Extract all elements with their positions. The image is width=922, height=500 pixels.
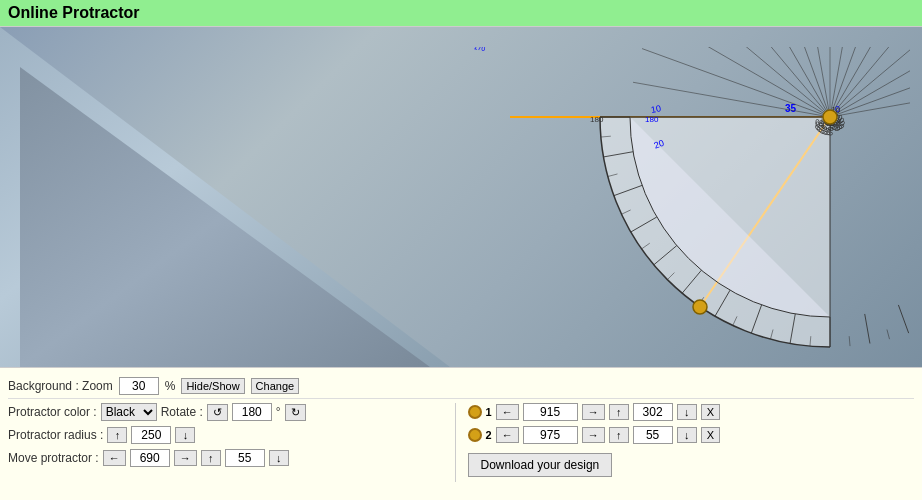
controls-panel: Background : Zoom % Hide/Show Change Pro… [0,367,922,500]
move-up-button[interactable]: ↑ [201,450,221,466]
pin2-y-input[interactable] [633,426,673,444]
pin2-right-button[interactable]: → [582,427,605,443]
svg-line-85 [677,47,830,117]
left-controls: Protractor color : Black Blue Red Green … [8,403,455,482]
svg-line-84 [657,47,830,117]
pin1-number: 1 [486,406,492,418]
pin2-dot [468,428,482,442]
zoom-controls-row: Background : Zoom % Hide/Show Change [8,374,914,399]
pin2-marker[interactable] [693,300,707,314]
pin1-row: 1 ← → ↑ ↓ X [468,403,915,421]
svg-line-83 [642,49,830,117]
radius-row: Protractor radius : ↑ ↓ [8,426,455,444]
move-y-input[interactable] [225,449,265,467]
move-row: Move protractor : ← → ↑ ↓ [8,449,455,467]
svg-line-82 [633,82,830,117]
rotate-ccw-button[interactable]: ↺ [207,404,228,421]
svg-text:10: 10 [650,103,662,115]
protractor-svg: 0 10 20 [350,47,910,357]
radius-up-button[interactable]: ↑ [107,427,127,443]
pin1-x-input[interactable] [523,403,578,421]
app-title: Online Protractor [8,4,140,21]
title-bar: Online Protractor [0,0,922,27]
protractor-container: 0 10 20 [350,47,910,357]
radius-down-button[interactable]: ↓ [175,427,195,443]
move-down-button[interactable]: ↓ [269,450,289,466]
rotate-input[interactable] [232,403,272,421]
pin2-left-button[interactable]: ← [496,427,519,443]
hide-show-button[interactable]: Hide/Show [181,378,244,394]
color-row: Protractor color : Black Blue Red Green … [8,403,455,421]
svg-text:170: 170 [473,47,486,52]
pin1-right-button[interactable]: → [582,404,605,420]
background-zoom-label: Background : Zoom [8,379,113,393]
pin1-up-button[interactable]: ↑ [609,404,629,420]
zoom-input[interactable] [119,377,159,395]
change-button[interactable]: Change [251,378,300,394]
svg-line-98 [830,82,910,117]
svg-line-96 [830,47,910,117]
pin2-down-button[interactable]: ↓ [677,427,697,443]
pin1-left-button[interactable]: ← [496,404,519,420]
rotate-label: Rotate : [161,405,203,419]
svg-line-94 [830,47,910,117]
pin2-remove-button[interactable]: X [701,427,720,443]
pin1-down-button[interactable]: ↓ [677,404,697,420]
move-left-button[interactable]: ← [103,450,126,466]
zoom-unit: % [165,379,176,393]
pin2-up-button[interactable]: ↑ [609,427,629,443]
pin1-marker[interactable] [823,110,837,124]
move-right-button[interactable]: → [174,450,197,466]
svg-line-33 [887,330,890,340]
svg-line-14 [898,305,908,333]
svg-line-34 [849,336,850,346]
svg-text:180: 180 [645,115,659,124]
protractor-color-label: Protractor color : [8,405,97,419]
svg-line-15 [865,314,870,344]
svg-line-93 [830,47,910,117]
pin1-dot [468,405,482,419]
canvas-area: 0 10 20 [0,27,922,367]
rotate-cw-button[interactable]: ↻ [285,404,306,421]
pin2-x-input[interactable] [523,426,578,444]
right-controls: 1 ← → ↑ ↓ X 2 ← → ↑ ↓ X [455,403,915,482]
svg-line-95 [830,47,910,117]
rotate-unit: ° [276,405,281,419]
radius-label: Protractor radius : [8,428,103,442]
svg-text:35: 35 [785,103,797,114]
pin1-remove-button[interactable]: X [701,404,720,420]
svg-line-86 [701,47,830,117]
move-x-input[interactable] [130,449,170,467]
pin2-number: 2 [486,429,492,441]
pin2-row: 2 ← → ↑ ↓ X [468,426,915,444]
svg-text:180: 180 [590,115,604,124]
download-row: Download your design [468,449,915,477]
pin1-y-input[interactable] [633,403,673,421]
color-select[interactable]: Black Blue Red Green [101,403,157,421]
radius-input[interactable] [131,426,171,444]
move-label: Move protractor : [8,451,99,465]
download-button[interactable]: Download your design [468,453,613,477]
